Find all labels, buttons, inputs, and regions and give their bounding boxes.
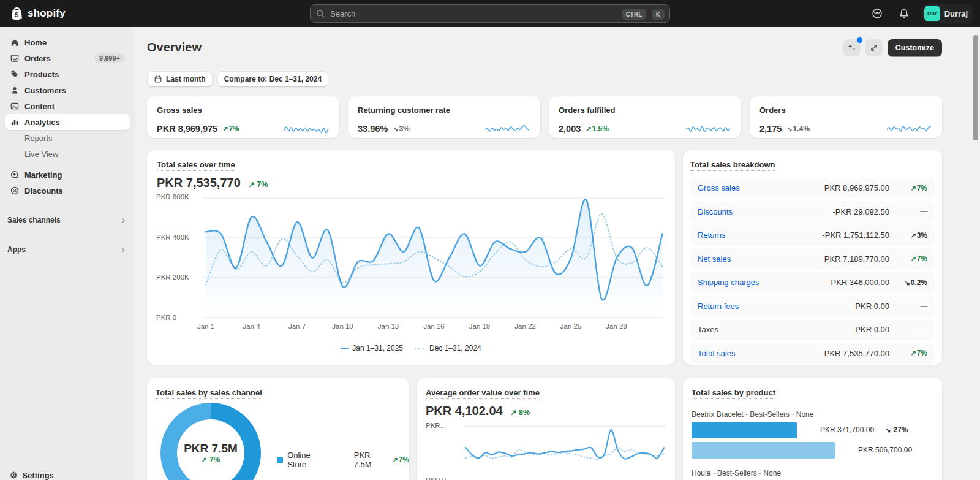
search-input[interactable]: Search CTRL K: [310, 4, 670, 23]
sidebar-item-products[interactable]: Products: [5, 66, 130, 82]
sidebar-item-label: Content: [24, 102, 55, 111]
breakdown-title: Total sales breakdown: [690, 160, 775, 171]
channel-legend-label: Online Store: [287, 451, 328, 469]
kbd-k: K: [652, 9, 665, 20]
breakdown-row-taxes: Taxes PKR 0.00 —: [690, 319, 935, 340]
sidebar-item-live-view[interactable]: Live View: [5, 146, 130, 162]
aov-line-chart: [417, 419, 675, 480]
sidebar-item-home[interactable]: Home: [5, 34, 130, 50]
breakdown-row-shipping-charges: Shipping charges PKR 346,000.00 ↘0.2%: [690, 272, 935, 293]
breakdown-link[interactable]: Gross sales: [698, 183, 740, 192]
customers-person-icon: [10, 85, 20, 95]
sales-by-channel-card: Total sales by sales channel PKR 7.5M ↗ …: [147, 378, 409, 480]
sparkline-chart: [484, 121, 530, 137]
products-tag-icon: [10, 69, 20, 79]
user-menu[interactable]: Dur Durraj: [922, 4, 973, 23]
sidebar-section-sales-channels[interactable]: Sales channels ›: [0, 212, 135, 228]
metric-change: ↗7%: [222, 124, 239, 133]
breakdown-row-total-sales: Total sales PKR 7,535,770.00 ↗7%: [690, 343, 935, 364]
sub-item-label: Reports: [24, 134, 53, 143]
sidebar-item-orders[interactable]: Orders 9,999+: [5, 50, 130, 66]
sidebar-item-reports[interactable]: Reports: [5, 130, 130, 146]
magic-insights-button[interactable]: [843, 39, 861, 56]
sidebar-item-marketing[interactable]: Marketing: [5, 167, 130, 183]
sidebar: Home Orders 9,999+ Products Customers Co…: [0, 27, 135, 480]
channel-donut-chart: PKR 7.5M ↗ 7%: [160, 403, 261, 480]
metric-title: Returning customer rate: [358, 105, 450, 116]
sidebar-item-analytics[interactable]: Analytics: [5, 114, 130, 130]
metric-card-orders-fulfilled[interactable]: Orders fulfilled 2,003 ↗1.5%: [549, 96, 741, 138]
breakdown-row-return-fees: Return fees PKR 0.00 —: [690, 295, 935, 317]
breakdown-value: -PKR 1,751,112.50: [822, 230, 889, 240]
x-tick-label: Jan 28: [602, 322, 631, 330]
x-tick-label: Jan 25: [556, 322, 586, 330]
x-tick-label: Jan 22: [511, 322, 540, 330]
compare-to-button[interactable]: Compare to: Dec 1–31, 2024: [217, 71, 328, 87]
chart-title: Total sales over time: [157, 160, 235, 171]
aov-change: ↗ 8%: [510, 408, 530, 417]
metric-card-returning-rate[interactable]: Returning customer rate 33.96% ↘3%: [348, 96, 540, 138]
product-name: Beatrix Bracelet · Best-Sellers · None: [692, 410, 813, 419]
breakdown-value: PKR 0.00: [855, 325, 889, 334]
breakdown-value: -PKR 29,092.50: [832, 207, 889, 216]
sidebar-item-customers[interactable]: Customers: [5, 82, 130, 98]
dotted-line-swatch: ···: [414, 348, 426, 349]
sparkline-chart: [685, 121, 731, 137]
sidekick-icon[interactable]: [869, 5, 886, 22]
sidebar-item-label: Analytics: [24, 118, 60, 127]
scrollbar-thumb[interactable]: [973, 35, 978, 140]
breakdown-link[interactable]: Net sales: [698, 254, 731, 264]
x-tick-label: Jan 4: [237, 322, 266, 330]
breakdown-row-returns: Returns -PKR 1,751,112.50 ↗3%: [690, 224, 935, 246]
product-bar-previous[interactable]: [692, 442, 835, 459]
breakdown-link[interactable]: Shipping charges: [698, 278, 759, 287]
breakdown-link[interactable]: Total sales: [698, 349, 735, 358]
sidebar-item-content[interactable]: Content: [5, 98, 130, 114]
breakdown-link[interactable]: Returns: [698, 230, 726, 240]
sidebar-item-label: Settings: [23, 471, 54, 480]
page-title: Overview: [147, 40, 202, 54]
product-bar-current-change: ↘ 27%: [885, 425, 908, 434]
section-label: Apps: [7, 245, 26, 254]
breakdown-link[interactable]: Discounts: [698, 207, 733, 216]
product-chart-title: Total sales by product: [692, 388, 775, 399]
metric-change: ↘3%: [393, 124, 410, 133]
breakdown-change: ↗3%: [894, 231, 927, 240]
shopify-logo[interactable]: S shopify: [0, 6, 66, 21]
marketing-icon: [10, 170, 20, 180]
search-placeholder: Search: [330, 9, 617, 18]
breakdown-change: —: [894, 302, 927, 310]
compare-label: Compare to: Dec 1–31, 2024: [224, 75, 322, 83]
x-tick-label: Jan 10: [328, 322, 358, 330]
sidebar-item-settings[interactable]: ⚙ Settings: [5, 467, 130, 480]
sidebar-item-label: Discounts: [24, 186, 63, 196]
topbar-right: Dur Durraj: [869, 4, 980, 23]
topbar: S shopify Search CTRL K: [0, 0, 980, 27]
breakdown-row-gross-sales: Gross sales PKR 8,969,975.00 ↗7%: [690, 177, 935, 199]
channel-chart-title: Total sales by sales channel: [156, 388, 262, 399]
fullscreen-expand-button[interactable]: [865, 39, 883, 56]
sidebar-item-discounts[interactable]: Discounts: [5, 183, 130, 199]
sidebar-item-label: Marketing: [24, 170, 62, 180]
breakdown-value: PKR 346,000.00: [831, 278, 889, 287]
metric-card-gross-sales[interactable]: Gross sales PKR 8,969,975 ↗7%: [147, 96, 339, 138]
breakdown-change: ↘0.2%: [894, 278, 927, 287]
breakdown-link[interactable]: Return fees: [698, 302, 739, 311]
metric-value: 2,175: [760, 124, 782, 134]
breakdown-change: ↗7%: [894, 254, 927, 263]
home-icon: [10, 37, 20, 47]
product-bar-current[interactable]: [692, 422, 797, 438]
metric-card-orders[interactable]: Orders 2,175 ↘1.4%: [750, 96, 942, 138]
sidebar-section-apps[interactable]: Apps ›: [0, 242, 135, 257]
donut-center-value: PKR 7.5M: [184, 442, 238, 455]
orders-icon: [10, 53, 20, 63]
notifications-bell-icon[interactable]: [895, 5, 913, 22]
customize-button[interactable]: Customize: [888, 39, 942, 56]
metric-value: 2,003: [559, 124, 581, 134]
section-label: Sales channels: [7, 216, 61, 224]
metric-value: PKR 8,969,975: [157, 124, 217, 134]
breakdown-change: —: [894, 207, 927, 216]
sparkline-chart: [283, 121, 330, 137]
kbd-ctrl: CTRL: [622, 9, 647, 20]
date-range-button[interactable]: Last month: [147, 71, 213, 87]
